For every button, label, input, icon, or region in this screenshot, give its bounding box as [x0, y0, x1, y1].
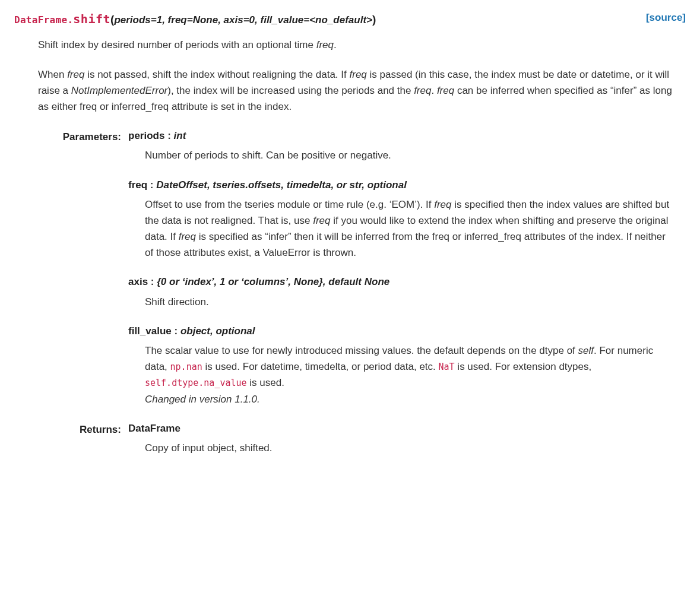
field-list: Parameters: periods : int Number of peri… — [38, 128, 674, 469]
method-name: shift — [73, 12, 110, 26]
version-changed: Changed in version 1.1.0. — [145, 391, 674, 407]
description: Shift index by desired number of periods… — [38, 37, 674, 115]
returns-label: Returns: — [38, 420, 121, 469]
param-periods-desc: Number of periods to shift. Can be posit… — [145, 147, 674, 163]
param-axis-desc: Shift direction. — [145, 294, 674, 310]
param-axis: axis : {0 or ‘index’, 1 or ‘columns’, No… — [128, 274, 674, 309]
param-fill-value: fill_value : object, optional The scalar… — [128, 323, 674, 407]
code-np-nan: np.nan — [170, 362, 202, 372]
param-freq: freq : DateOffset, tseries.offsets, time… — [128, 177, 674, 261]
code-nat: NaT — [439, 362, 455, 372]
signature-params: periods=1, freq=None, axis=0, fill_value… — [114, 14, 372, 26]
param-periods: periods : int Number of periods to shift… — [128, 128, 674, 163]
source-link[interactable]: [source] — [646, 9, 686, 26]
class-name: DataFrame. — [14, 14, 73, 26]
summary-para-1: Shift index by desired number of periods… — [38, 37, 674, 53]
param-fill-value-desc: The scalar value to use for newly introd… — [145, 343, 674, 407]
returns-body: DataFrame Copy of input object, shifted. — [128, 420, 674, 469]
param-freq-desc: Offset to use from the tseries module or… — [145, 197, 674, 261]
doc-body: Shift index by desired number of periods… — [38, 37, 674, 469]
return-block: DataFrame Copy of input object, shifted. — [128, 420, 674, 456]
signature-line: DataFrame.shift(periods=1, freq=None, ax… — [14, 9, 686, 28]
parameters-body: periods : int Number of periods to shift… — [128, 128, 674, 420]
paren-close: ) — [372, 13, 376, 26]
summary-para-2: When freq is not passed, shift the index… — [38, 66, 674, 115]
return-desc: Copy of input object, shifted. — [145, 440, 674, 456]
method-signature: DataFrame.shift(periods=1, freq=None, ax… — [14, 9, 376, 28]
code-na-value: self.dtype.na_value — [145, 378, 247, 388]
parameters-label: Parameters: — [38, 128, 121, 420]
